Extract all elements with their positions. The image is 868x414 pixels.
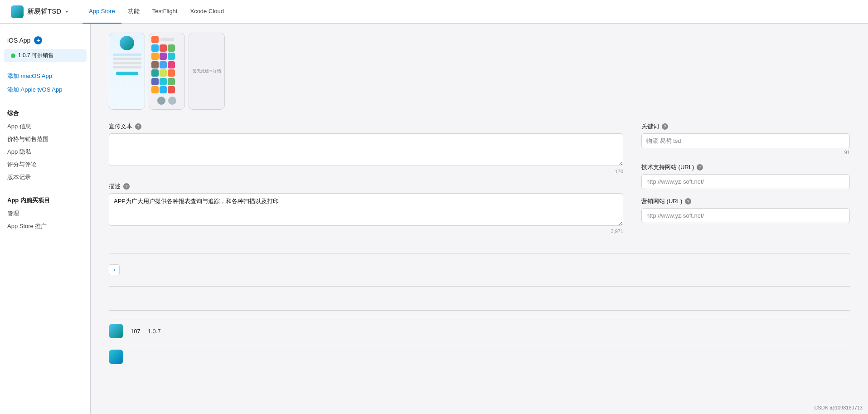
version-row-2[interactable] xyxy=(109,344,850,370)
version-row-1[interactable]: 107 1.0.7 xyxy=(109,318,850,344)
support-url-field: 技术支持网站 (URL) ? http://www.yz-soft.net/ xyxy=(641,163,850,189)
main-content: 暂无此版本详情 宣传文本 ? 170 xyxy=(91,24,868,414)
tab-features[interactable]: 功能 xyxy=(121,0,146,24)
sidebar-item-manage[interactable]: 管理 xyxy=(0,207,90,220)
version-app-icon-2 xyxy=(109,350,123,364)
ios-app-label: iOS App xyxy=(7,37,30,44)
sidebar-add-macos[interactable]: 添加 macOS App xyxy=(0,69,90,83)
form-left-col: 宣传文本 ? 170 描述 ? 3,971 xyxy=(109,122,623,242)
brand-logo xyxy=(11,5,24,18)
promo-text-help-icon[interactable]: ? xyxy=(135,123,141,130)
promo-text-label: 宣传文本 ? xyxy=(109,122,623,131)
brand-name: 新易哲TSD xyxy=(27,7,61,16)
screenshots-section: 暂无此版本详情 xyxy=(109,33,850,110)
screenshot-placeholder: 暂无此版本详情 xyxy=(191,67,223,76)
expand-row: › xyxy=(109,261,850,279)
keywords-char-count: 91 xyxy=(641,150,850,155)
version-text: 1.0.7 可供销售 xyxy=(18,52,53,59)
promo-text-textarea[interactable] xyxy=(109,133,623,166)
sidebar-item-pricing[interactable]: 价格与销售范围 xyxy=(0,133,90,146)
sidebar: iOS App + 1.0.7 可供销售 添加 macOS App 添加 App… xyxy=(0,24,91,414)
divider-2 xyxy=(109,286,850,287)
top-nav: 新易哲TSD ▾ App Store 功能 TestFlight Xcode C… xyxy=(0,0,868,24)
top-nav-tabs: App Store 功能 TestFlight Xcode Cloud xyxy=(82,0,230,24)
version-badge: 107 xyxy=(131,328,141,335)
add-ios-app-button[interactable]: + xyxy=(34,36,42,44)
sidebar-general-section: 综合 App 信息 价格与销售范围 App 隐私 评分与评论 版本记录 xyxy=(0,104,90,184)
brand[interactable]: 新易哲TSD ▾ xyxy=(11,5,68,18)
support-url-label: 技术支持网站 (URL) ? xyxy=(641,163,850,171)
sidebar-item-app-info[interactable]: App 信息 xyxy=(0,120,90,133)
sidebar-general-title: 综合 xyxy=(0,104,90,120)
marketing-url-input[interactable]: http://www.yz-soft.net/ xyxy=(641,208,850,223)
sidebar-add-platforms: 添加 macOS App 添加 Apple tvOS App xyxy=(0,69,90,97)
sidebar-item-appstore-promo[interactable]: App Store 推广 xyxy=(0,220,90,233)
version-string: 1.0.7 xyxy=(148,328,161,335)
promo-text-field: 宣传文本 ? 170 xyxy=(109,122,623,174)
divider-1 xyxy=(109,253,850,253)
promo-text-char-count: 170 xyxy=(109,169,623,174)
version-app-icon xyxy=(109,324,123,338)
sidebar-ios-app-header: iOS App + xyxy=(0,33,90,48)
support-url-input[interactable]: http://www.yz-soft.net/ xyxy=(641,174,850,189)
sidebar-purchase-title: App 内购买项目 xyxy=(0,191,90,207)
marketing-url-help-icon[interactable]: ? xyxy=(685,198,691,205)
divider-3 xyxy=(109,310,850,311)
description-field: 描述 ? 3,971 xyxy=(109,182,623,234)
sidebar-purchase-section: App 内购买项目 管理 App Store 推广 xyxy=(0,191,90,233)
support-url-help-icon[interactable]: ? xyxy=(697,164,703,170)
form-right-col: 关键词 ? 物流 易哲 tsd 91 技术支持网站 (URL) ? http:/… xyxy=(641,122,850,242)
marketing-url-label: 营销网站 (URL) ? xyxy=(641,197,850,205)
sidebar-item-ratings[interactable]: 评分与评论 xyxy=(0,158,90,171)
keywords-help-icon[interactable]: ? xyxy=(662,123,668,130)
description-help-icon[interactable]: ? xyxy=(123,183,130,190)
description-char-count: 3,971 xyxy=(109,229,623,234)
description-textarea[interactable] xyxy=(109,193,623,226)
tab-appstore[interactable]: App Store xyxy=(82,0,121,24)
marketing-url-field: 营销网站 (URL) ? http://www.yz-soft.net/ xyxy=(641,197,850,223)
brand-chevron-icon: ▾ xyxy=(66,9,68,14)
spacer xyxy=(109,294,850,303)
keywords-input[interactable]: 物流 易哲 tsd xyxy=(641,133,850,148)
tab-xcode-cloud[interactable]: Xcode Cloud xyxy=(184,0,230,24)
screenshot-1[interactable] xyxy=(109,33,145,110)
version-status-dot xyxy=(11,54,15,58)
sidebar-version-item[interactable]: 1.0.7 可供销售 xyxy=(4,49,87,62)
screenshot-3[interactable]: 暂无此版本详情 xyxy=(189,33,225,110)
keywords-label: 关键词 ? xyxy=(641,122,850,131)
form-main-row: 宣传文本 ? 170 描述 ? 3,971 xyxy=(109,122,850,242)
tab-testflight[interactable]: TestFlight xyxy=(146,0,184,24)
screenshot-2[interactable] xyxy=(149,33,185,110)
description-label: 描述 ? xyxy=(109,182,623,190)
expand-button[interactable]: › xyxy=(109,264,120,275)
sidebar-ios-section: iOS App + 1.0.7 可供销售 xyxy=(0,33,90,62)
sidebar-add-tvos[interactable]: 添加 Apple tvOS App xyxy=(0,83,90,97)
keywords-field: 关键词 ? 物流 易哲 tsd 91 xyxy=(641,122,850,155)
main-layout: iOS App + 1.0.7 可供销售 添加 macOS App 添加 App… xyxy=(0,24,868,414)
sidebar-item-version-history[interactable]: 版本记录 xyxy=(0,171,90,184)
sidebar-item-privacy[interactable]: App 隐私 xyxy=(0,146,90,158)
